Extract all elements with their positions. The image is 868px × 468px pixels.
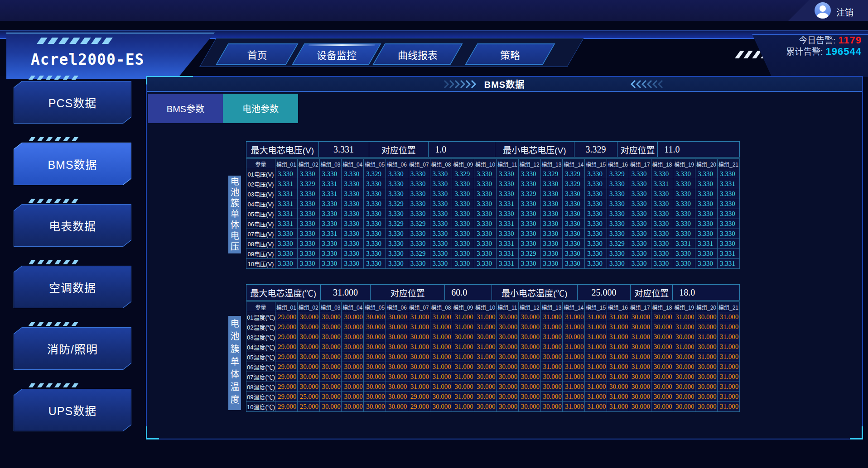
value-cell: 3.331	[275, 199, 298, 209]
value-cell: 30.000	[540, 382, 563, 392]
sidebar-button[interactable]: 电表数据	[14, 204, 131, 247]
value-cell: 3.330	[695, 189, 718, 199]
value-cell: 3.331	[275, 189, 298, 199]
value-cell: 31.000	[717, 382, 739, 392]
total-alarm-value: 196544	[826, 46, 862, 57]
tab-battery-params[interactable]: 电池参数	[223, 94, 298, 123]
value-cell: 31.000	[452, 372, 474, 382]
table-row: 04电压(V)3.3313.3303.3303.3303.3303.3293.3…	[246, 199, 740, 209]
value-cell: 3.330	[430, 209, 452, 219]
value-cell: 3.330	[563, 259, 585, 269]
table-row: 06温度(℃)29.00030.00030.00030.00030.00030.…	[246, 362, 740, 372]
column-header: 模组_04	[342, 302, 364, 312]
value-cell: 3.330	[673, 249, 695, 259]
value-cell: 30.000	[651, 322, 673, 332]
value-cell: 3.330	[695, 209, 718, 219]
value-cell: 30.000	[319, 312, 342, 322]
value-cell: 30.000	[496, 362, 518, 372]
sidebar-item-meter[interactable]: 电表数据	[14, 199, 131, 247]
value-cell: 31.000	[717, 342, 739, 352]
sidebar-item-ups[interactable]: UPS数据	[14, 383, 131, 431]
value-cell: 3.330	[474, 169, 497, 179]
logout-button[interactable]: 注销	[836, 6, 854, 18]
column-header: 模组_18	[651, 302, 673, 312]
nav-tab-curve-report[interactable]: 曲线报表	[372, 43, 463, 65]
value-cell: 30.000	[518, 342, 540, 352]
tab-bms-params[interactable]: BMS参数	[148, 94, 223, 123]
nav-tab-device-monitor[interactable]: 设备监控	[292, 43, 381, 65]
slash-hatch-icon	[29, 322, 78, 326]
sidebar-item-aircon[interactable]: 空调数据	[14, 260, 131, 308]
nav-tab-strategy[interactable]: 策略	[465, 43, 555, 65]
value-cell: 31.000	[452, 352, 474, 362]
value-cell: 30.000	[496, 372, 518, 382]
value-cell: 29.000	[408, 392, 430, 402]
value-cell: 31.000	[408, 372, 430, 382]
column-header: 模组_17	[629, 302, 651, 312]
value-cell: 3.330	[342, 209, 364, 219]
value-cell: 30.000	[364, 322, 386, 332]
row-label: 03温度(℃)	[246, 332, 275, 342]
value-cell: 30.000	[342, 372, 364, 382]
table-row: 01电压(V)3.3303.3303.3303.3303.3293.3303.3…	[246, 169, 740, 179]
value-cell: 3.330	[540, 199, 563, 209]
value-cell: 3.330	[717, 229, 739, 239]
value-cell: 31.000	[607, 342, 629, 352]
value-cell: 30.000	[518, 312, 540, 322]
value-cell: 3.331	[275, 219, 298, 229]
value-cell: 30.000	[518, 362, 540, 372]
header: Acrel2000-ES 首页设备监控曲线报表策略 今日告警:1179 累计告警…	[0, 21, 868, 76]
user-avatar-icon[interactable]	[815, 2, 831, 19]
value-cell: 29.000	[275, 362, 298, 372]
value-cell: 30.000	[474, 362, 497, 372]
value-cell: 30.000	[695, 322, 718, 332]
value-cell: 3.330	[342, 169, 364, 179]
column-header: 模组_17	[629, 159, 651, 169]
value-cell: 31.000	[585, 382, 607, 392]
app-title: Acrel2000-ES	[31, 51, 144, 68]
alarm-counters: 今日告警:1179 累计告警:196544	[786, 34, 862, 57]
value-cell: 30.000	[342, 392, 364, 402]
value-cell: 3.330	[386, 169, 408, 179]
summary-row: 最大电芯电压(V)3.331对应位置1.0最小电芯电压(V)3.329对应位置1…	[246, 141, 740, 158]
value-cell: 3.330	[430, 219, 452, 229]
sidebar-button[interactable]: PCS数据	[14, 81, 131, 124]
value-cell: 30.000	[629, 312, 651, 322]
sidebar-item-bms[interactable]: BMS数据	[14, 137, 131, 185]
sidebar-item-fire-lighting[interactable]: 消防/照明	[14, 322, 131, 370]
column-header: 模组_14	[563, 302, 585, 312]
nav-tab-home[interactable]: 首页	[216, 43, 298, 65]
column-header: 模组_05	[364, 302, 386, 312]
value-cell: 3.330	[430, 179, 452, 189]
value-cell: 31.000	[673, 342, 695, 352]
column-header: 模组_12	[518, 302, 540, 312]
value-cell: 3.330	[275, 169, 298, 179]
sidebar-button[interactable]: 消防/照明	[14, 327, 131, 370]
module-grid: 参量模组_01模组_02模组_03模组_04模组_05模组_06模组_07模组_…	[246, 301, 740, 412]
value-cell: 3.330	[585, 199, 607, 209]
value-cell: 30.000	[319, 352, 342, 362]
table-row: 09温度(℃)29.00025.00030.00030.00030.00030.…	[246, 392, 740, 402]
value-cell: 3.330	[319, 169, 342, 179]
value-cell: 3.330	[319, 249, 342, 259]
sidebar-button[interactable]: UPS数据	[14, 389, 131, 431]
value-cell: 30.000	[319, 392, 342, 402]
value-cell: 3.330	[607, 199, 629, 209]
value-cell: 3.330	[717, 239, 739, 249]
summary-label: 最大电芯电压(V)	[246, 142, 319, 157]
value-cell: 3.331	[496, 249, 518, 259]
value-cell: 31.000	[585, 392, 607, 402]
row-label: 10电压(V)	[246, 259, 275, 269]
row-label: 04电压(V)	[246, 199, 275, 209]
value-cell: 3.330	[695, 219, 718, 229]
sidebar-button[interactable]: 空调数据	[14, 266, 131, 308]
value-cell: 30.000	[430, 392, 452, 402]
value-cell: 3.330	[297, 209, 319, 219]
sidebar-button[interactable]: BMS数据	[14, 143, 131, 185]
sidebar-item-pcs[interactable]: PCS数据	[14, 76, 131, 124]
value-cell: 3.330	[342, 179, 364, 189]
value-cell: 30.000	[386, 322, 408, 332]
value-cell: 3.330	[408, 229, 430, 239]
value-cell: 30.000	[496, 382, 518, 392]
column-header: 模组_11	[496, 159, 518, 169]
